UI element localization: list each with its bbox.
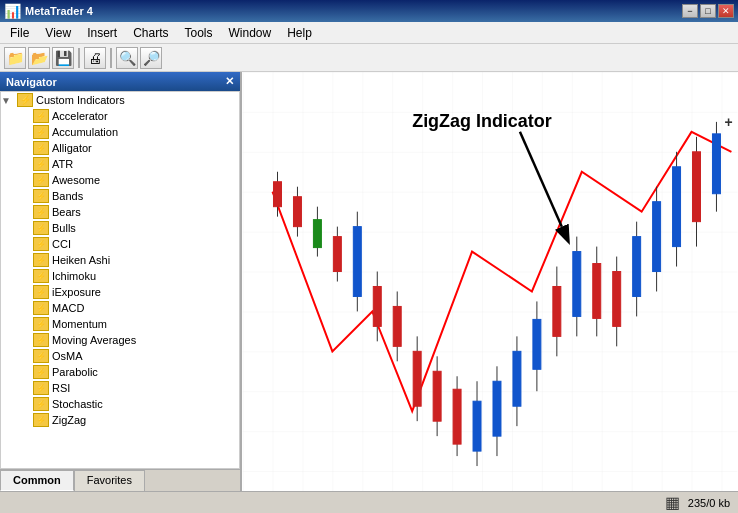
print-button[interactable]: 🖨 (84, 47, 106, 69)
indicator-label-0: Accelerator (52, 110, 108, 122)
tree-item-moving-averages[interactable]: ⚡ Moving Averages (1, 332, 239, 348)
menu-window[interactable]: Window (221, 24, 280, 42)
indicator-icon-6: ⚡ (33, 205, 49, 219)
svg-rect-10 (353, 227, 361, 297)
restore-button[interactable]: □ (700, 4, 716, 18)
tree-item-accumulation[interactable]: ⚡ Accumulation (1, 124, 239, 140)
tree-item-momentum[interactable]: ⚡ Momentum (1, 316, 239, 332)
app-title: MetaTrader 4 (25, 5, 93, 17)
tree-root-custom-indicators[interactable]: ▼ ⚡ Custom Indicators (1, 92, 239, 108)
navigator-panel: Navigator ✕ ▼ ⚡ Custom Indicators ⚡ Acce… (0, 72, 242, 491)
chart-area[interactable]: + ZigZag Indicator (242, 72, 738, 491)
indicator-icon-11: ⚡ (33, 285, 49, 299)
svg-rect-24 (493, 381, 501, 436)
memory-status: 235/0 kb (688, 497, 730, 509)
indicator-label-11: iExposure (52, 286, 101, 298)
indicator-icon-14: ⚡ (33, 333, 49, 347)
title-bar: 📊 MetaTrader 4 − □ ✕ (0, 0, 738, 22)
tree-item-bears[interactable]: ⚡ Bears (1, 204, 239, 220)
indicator-label-10: Ichimoku (52, 270, 96, 282)
tree-item-ichimoku[interactable]: ⚡ Ichimoku (1, 268, 239, 284)
indicator-label-4: Awesome (52, 174, 100, 186)
indicator-icon-10: ⚡ (33, 269, 49, 283)
status-bar: ▦ 235/0 kb (0, 491, 738, 513)
indicator-icon-18: ⚡ (33, 397, 49, 411)
tree-item-alligator[interactable]: ⚡ Alligator (1, 140, 239, 156)
open-button[interactable]: 📂 (28, 47, 50, 69)
indicator-label-8: CCI (52, 238, 71, 250)
svg-rect-40 (653, 202, 661, 272)
svg-rect-26 (513, 351, 521, 406)
svg-rect-2 (274, 182, 282, 207)
svg-text:+: + (724, 114, 732, 130)
tree-item-stochastic[interactable]: ⚡ Stochastic (1, 396, 239, 412)
tree-item-cci[interactable]: ⚡ CCI (1, 236, 239, 252)
tree-item-accelerator[interactable]: ⚡ Accelerator (1, 108, 239, 124)
navigator-close-button[interactable]: ✕ (225, 75, 234, 88)
svg-rect-0 (243, 72, 738, 491)
indicator-icon-17: ⚡ (33, 381, 49, 395)
svg-rect-18 (433, 371, 441, 421)
tree-item-heiken-ashi[interactable]: ⚡ Heiken Ashi (1, 252, 239, 268)
indicator-icon-2: ⚡ (33, 141, 49, 155)
menu-file[interactable]: File (2, 24, 37, 42)
svg-rect-12 (373, 286, 381, 326)
navigator-tabs: Common Favorites (0, 469, 240, 491)
indicator-icon-3: ⚡ (33, 157, 49, 171)
menu-bar: File View Insert Charts Tools Window Hel… (0, 22, 738, 44)
tree-item-atr[interactable]: ⚡ ATR (1, 156, 239, 172)
custom-indicators-label: Custom Indicators (36, 94, 125, 106)
indicator-icon-1: ⚡ (33, 125, 49, 139)
chart-svg: + ZigZag Indicator (242, 72, 738, 491)
svg-rect-32 (573, 252, 581, 317)
menu-help[interactable]: Help (279, 24, 320, 42)
minimize-button[interactable]: − (682, 4, 698, 18)
close-button[interactable]: ✕ (718, 4, 734, 18)
toolbar: 📁 📂 💾 🖨 🔍 🔎 (0, 44, 738, 72)
folder-icon: ⚡ (17, 93, 33, 107)
tab-favorites[interactable]: Favorites (74, 470, 145, 491)
svg-rect-6 (313, 220, 321, 248)
toolbar-sep-2 (110, 48, 112, 68)
navigator-tree[interactable]: ▼ ⚡ Custom Indicators ⚡ Accelerator ⚡ Ac… (0, 91, 240, 469)
svg-rect-34 (593, 264, 601, 319)
tree-item-awesome[interactable]: ⚡ Awesome (1, 172, 239, 188)
tree-item-parabolic[interactable]: ⚡ Parabolic (1, 364, 239, 380)
indicator-label-5: Bands (52, 190, 83, 202)
indicator-icon-4: ⚡ (33, 173, 49, 187)
svg-rect-36 (613, 272, 621, 327)
tree-item-bands[interactable]: ⚡ Bands (1, 188, 239, 204)
indicator-label-18: Stochastic (52, 398, 103, 410)
tree-item-zigzag[interactable]: ⚡ ZigZag (1, 412, 239, 428)
indicator-label-7: Bulls (52, 222, 76, 234)
zoom-out-button[interactable]: 🔎 (140, 47, 162, 69)
svg-rect-30 (553, 286, 561, 336)
indicator-label-17: RSI (52, 382, 70, 394)
tree-item-rsi[interactable]: ⚡ RSI (1, 380, 239, 396)
indicator-label-2: Alligator (52, 142, 92, 154)
indicator-icon-0: ⚡ (33, 109, 49, 123)
tree-item-osma[interactable]: ⚡ OsMA (1, 348, 239, 364)
svg-rect-44 (693, 152, 701, 222)
tab-common[interactable]: Common (0, 470, 74, 491)
svg-rect-46 (712, 134, 720, 194)
tree-item-macd[interactable]: ⚡ MACD (1, 300, 239, 316)
zoom-in-button[interactable]: 🔍 (116, 47, 138, 69)
save-button[interactable]: 💾 (52, 47, 74, 69)
indicator-label-3: ATR (52, 158, 73, 170)
toolbar-sep-1 (78, 48, 80, 68)
menu-tools[interactable]: Tools (177, 24, 221, 42)
svg-rect-42 (673, 167, 681, 247)
indicator-icon-15: ⚡ (33, 349, 49, 363)
menu-view[interactable]: View (37, 24, 79, 42)
new-chart-button[interactable]: 📁 (4, 47, 26, 69)
tree-item-bulls[interactable]: ⚡ Bulls (1, 220, 239, 236)
indicator-icon-16: ⚡ (33, 365, 49, 379)
menu-charts[interactable]: Charts (125, 24, 176, 42)
menu-insert[interactable]: Insert (79, 24, 125, 42)
svg-rect-28 (533, 319, 541, 369)
indicator-label-6: Bears (52, 206, 81, 218)
tree-item-iexposure[interactable]: ⚡ iExposure (1, 284, 239, 300)
svg-rect-20 (453, 389, 461, 444)
indicator-label-12: MACD (52, 302, 84, 314)
